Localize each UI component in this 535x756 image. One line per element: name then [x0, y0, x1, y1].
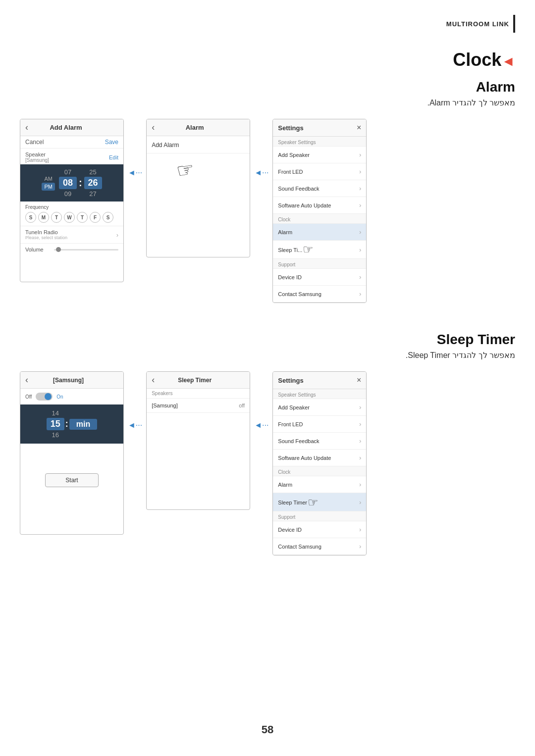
- contact-samsung-item[interactable]: Contact Samsung ›: [273, 286, 366, 302]
- sound-feedback-item[interactable]: Sound Feedback ›: [273, 180, 366, 197]
- sleep-alarm-item[interactable]: Alarm ›: [273, 476, 366, 493]
- sleep-timer-item[interactable]: Sleep Timer ☞ ›: [273, 493, 366, 511]
- alarm-desc: מאפשר לך להגדיר Alarm.: [427, 98, 515, 107]
- speaker-sub: [Samsung]: [25, 157, 49, 163]
- add-speaker-label: Add Speaker: [278, 152, 310, 158]
- alarm-mockup-row: ‹ Add Alarm Cancel Save Speaker [Samsung…: [20, 119, 367, 303]
- sleep-title: Sleep Timer: [406, 332, 515, 348]
- device-id-item[interactable]: Device ID ›: [273, 269, 366, 286]
- sleep-sound-feedback-item[interactable]: Sound Feedback ›: [273, 433, 366, 450]
- sleep-front-led-label: Front LED: [278, 421, 303, 427]
- sleep-min-col: -- min --: [69, 411, 97, 438]
- start-button[interactable]: Start: [45, 473, 98, 487]
- alarm-middle-header: ‹ Alarm: [147, 119, 250, 136]
- sleep-sound-feedback-label: Sound Feedback: [278, 438, 319, 444]
- sleep-add-speaker-item[interactable]: Add Speaker ›: [273, 399, 366, 416]
- device-id-chevron: ›: [359, 273, 361, 281]
- sleep-left-title: [Samsung]: [53, 377, 84, 384]
- save-button[interactable]: Save: [105, 139, 118, 146]
- sleep-front-led-chevron: ›: [359, 420, 361, 428]
- tunein-chevron: ›: [116, 231, 118, 239]
- sleep-section-title: Sleep Timer מאפשר לך להגדיר Sleep Timer.: [406, 332, 515, 360]
- edit-button[interactable]: Edit: [109, 154, 118, 160]
- speakers-label: Speakers: [152, 391, 172, 396]
- toggle-on-label: On: [56, 394, 63, 400]
- sound-feedback-label: Sound Feedback: [278, 186, 319, 192]
- toggle-track[interactable]: [36, 393, 53, 401]
- alarm-back-icon[interactable]: ‹: [152, 122, 155, 133]
- hand-cursor-icon: ☞: [174, 157, 196, 183]
- alarm-item-label: Alarm: [278, 229, 292, 235]
- alarm-section-title: Alarm מאפשר לך להגדיר Alarm.: [427, 79, 515, 107]
- freq-sun[interactable]: S: [25, 212, 36, 223]
- alarm-middle-title: Alarm: [186, 124, 204, 131]
- sleep-contact-samsung-chevron: ›: [359, 543, 361, 550]
- add-alarm-row[interactable]: Add Alarm: [147, 136, 250, 153]
- start-btn-row: Start: [20, 444, 123, 497]
- sleep-software-update-label: Software Auto Update: [278, 455, 331, 461]
- freq-sat[interactable]: S: [103, 212, 113, 223]
- freq-fri[interactable]: F: [90, 212, 101, 223]
- tunein-label: TuneIn Radio: [25, 229, 67, 235]
- software-update-label: Software Auto Update: [278, 202, 331, 208]
- sleep-contact-samsung-item[interactable]: Contact Samsung ›: [273, 538, 366, 555]
- sleep-close-button[interactable]: ×: [357, 376, 361, 385]
- sleep-device-id-label: Device ID: [278, 527, 302, 533]
- sleep-front-led-item[interactable]: Front LED ›: [273, 416, 366, 433]
- sleep-software-update-item[interactable]: Software Auto Update ›: [273, 450, 366, 466]
- alarm-chevron: ›: [359, 228, 361, 236]
- sleep-timer-item[interactable]: Sleep Ti... ☞ ›: [273, 241, 366, 259]
- add-alarm-screen: ‹ Add Alarm Cancel Save Speaker [Samsung…: [20, 119, 124, 282]
- sleep-middle-screen: ‹ Sleep Timer Speakers [Samsung] off: [146, 371, 250, 510]
- close-button[interactable]: ×: [357, 123, 361, 132]
- sleep-middle-header: ‹ Sleep Timer: [147, 372, 250, 389]
- back-icon[interactable]: ‹: [25, 122, 28, 133]
- sleep-timer-item-chevron: ›: [359, 499, 361, 506]
- left-arrow-sleep-icon: ◄···: [128, 421, 142, 430]
- volume-row: Volume: [20, 243, 123, 255]
- freq-thu[interactable]: T: [77, 212, 88, 223]
- toggle-off-label: Off: [25, 394, 32, 400]
- front-led-item[interactable]: Front LED ›: [273, 163, 366, 180]
- clock-arrow: ◄: [501, 53, 515, 69]
- left-arrow-icon: ◄···: [128, 168, 142, 177]
- device-id-label: Device ID: [278, 274, 302, 280]
- software-update-chevron: ›: [359, 202, 361, 209]
- sleep-contact-samsung-label: Contact Samsung: [278, 544, 321, 550]
- sleep-hour-bottom: 16: [52, 431, 59, 439]
- sleep-colon: :: [65, 419, 68, 429]
- sleep-timer-label: Sleep Ti...: [278, 247, 302, 253]
- sleep-min-bottom: --: [81, 431, 85, 438]
- alarm-middle-screen: ‹ Alarm Add Alarm ☞: [146, 119, 250, 257]
- volume-bar[interactable]: [54, 249, 118, 251]
- tunein-row[interactable]: TuneIn Radio Please, select station ›: [20, 226, 123, 243]
- arrow-right-alarm: ◄···: [250, 168, 272, 177]
- add-speaker-item[interactable]: Add Speaker ›: [273, 147, 366, 163]
- toggle-row: Off On: [20, 389, 123, 404]
- alarm-title: Alarm: [427, 79, 515, 95]
- sleep-min-selected: min: [69, 419, 97, 430]
- am-label: AM: [44, 176, 53, 182]
- arrow-left-alarm: ◄···: [124, 168, 146, 177]
- clock-label: Clock: [273, 214, 366, 224]
- freq-mon[interactable]: M: [38, 212, 49, 223]
- speaker-row: Speaker [Samsung] Edit: [20, 149, 123, 164]
- add-alarm-title: Add Alarm: [50, 124, 82, 131]
- sleep-support-label: Support: [273, 511, 366, 521]
- sleep-middle-back-icon[interactable]: ‹: [152, 375, 155, 385]
- cancel-button[interactable]: Cancel: [25, 139, 44, 146]
- settings-header: Settings ×: [273, 119, 366, 137]
- freq-wed[interactable]: W: [64, 212, 75, 223]
- sleep-back-icon[interactable]: ‹: [25, 375, 28, 385]
- sleep-samsung-label: [Samsung]: [152, 403, 178, 408]
- sleep-samsung-row: [Samsung] off: [147, 399, 250, 413]
- software-update-item[interactable]: Software Auto Update ›: [273, 197, 366, 214]
- min-selected: 26: [84, 177, 102, 189]
- hour-col: 07 08 09: [59, 168, 77, 198]
- frequency-section: Frequency S M T W T F S: [20, 202, 123, 226]
- min-top: 25: [89, 168, 96, 176]
- sleep-device-id-item[interactable]: Device ID ›: [273, 521, 366, 538]
- freq-tue[interactable]: T: [51, 212, 62, 223]
- alarm-item[interactable]: Alarm ›: [273, 224, 366, 241]
- page-number-text: 58: [262, 723, 273, 736]
